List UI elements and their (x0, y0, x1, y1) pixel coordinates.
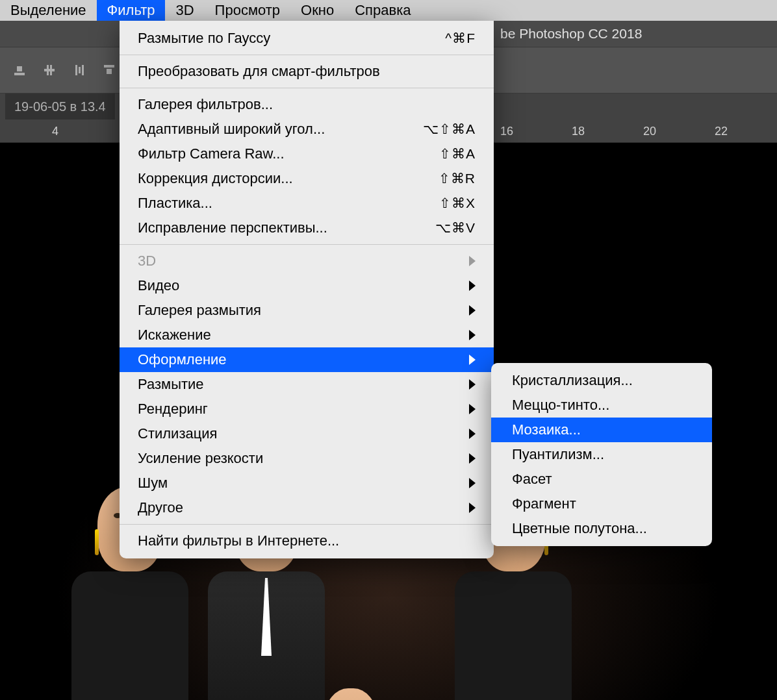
submenu-fragment[interactable]: Фрагмент (491, 492, 712, 516)
submenu-arrow-icon (469, 330, 476, 340)
svg-rect-2 (44, 69, 55, 71)
ruler-mark: 22 (715, 125, 728, 138)
svg-rect-8 (104, 65, 114, 68)
menu-noise-sub[interactable]: Шум (120, 471, 494, 495)
svg-rect-5 (75, 65, 77, 75)
submenu-pointillize[interactable]: Пуантилизм... (491, 442, 712, 467)
menu-separator (120, 244, 494, 245)
menu-distort-sub[interactable]: Искажение (120, 323, 494, 347)
menu-3d-sub: 3D (120, 249, 494, 273)
menu-video-sub[interactable]: Видео (120, 273, 494, 298)
ruler-mark: 4 (52, 125, 58, 138)
menu-convert-smart-filters[interactable]: Преобразовать для смарт-фильтров (120, 59, 494, 84)
menu-label: Пуантилизм... (512, 446, 691, 463)
align-icon-3[interactable] (69, 60, 90, 81)
menu-adaptive-wide-angle[interactable]: Адаптивный широкий угол... ⌥⇧⌘A (120, 117, 494, 142)
submenu-crystallize[interactable]: Кристаллизация... (491, 368, 712, 393)
submenu-arrow-icon (469, 256, 476, 266)
menu-label: Коррекция дисторсии... (138, 170, 426, 187)
submenu-arrow-icon (469, 453, 476, 464)
menu-shortcut: ⇧⌘R (439, 171, 476, 186)
menu-camera-raw[interactable]: Фильтр Camera Raw... ⇧⌘A (120, 142, 494, 166)
menu-label: Найти фильтры в Интернете... (138, 532, 476, 549)
menu-shortcut: ⇧⌘A (439, 146, 476, 162)
svg-rect-6 (79, 67, 81, 73)
menu-window[interactable]: Окно (290, 0, 344, 21)
menu-stylize-sub[interactable]: Стилизация (120, 421, 494, 446)
menu-separator (120, 88, 494, 88)
menu-selection[interactable]: Выделение (0, 0, 97, 21)
menu-label: Галерея размытия (138, 302, 461, 319)
submenu-arrow-icon (469, 305, 476, 316)
menu-label: Видео (138, 277, 461, 294)
submenu-arrow-icon (469, 355, 476, 365)
menu-find-filters-online[interactable]: Найти фильтры в Интернете... (120, 529, 494, 553)
align-icon-2[interactable] (39, 60, 60, 81)
menu-label: Фрагмент (512, 495, 691, 512)
pixelate-submenu: Кристаллизация... Меццо-тинто... Мозаика… (491, 363, 712, 546)
document-tab[interactable]: 19-06-05 в 13.4 (5, 94, 115, 119)
menu-label: Исправление перспективы... (138, 219, 422, 236)
svg-rect-1 (17, 66, 22, 71)
menu-label: Размытие (138, 376, 461, 393)
menu-label: Галерея фильтров... (138, 96, 476, 113)
menu-label: Искажение (138, 327, 461, 344)
svg-rect-7 (82, 65, 84, 75)
menu-3d[interactable]: 3D (165, 0, 204, 21)
menu-shortcut: ^⌘F (445, 31, 476, 46)
svg-rect-4 (50, 65, 52, 75)
submenu-facet[interactable]: Фасет (491, 467, 712, 492)
menu-pixelate-sub[interactable]: Оформление (120, 347, 494, 372)
align-icon-4[interactable] (99, 60, 120, 81)
menu-other-sub[interactable]: Другое (120, 495, 494, 520)
ruler-mark: 16 (500, 125, 513, 138)
menu-separator (120, 55, 494, 55)
menu-label: Шум (138, 475, 461, 492)
menu-separator (120, 524, 494, 525)
menu-label: Оформление (138, 351, 461, 368)
menu-label: Меццо-тинто... (512, 397, 691, 414)
ruler-mark: 18 (572, 125, 585, 138)
menu-label: Мозаика... (512, 421, 691, 438)
svg-rect-9 (107, 69, 112, 74)
menu-shortcut: ⇧⌘X (439, 195, 476, 211)
menu-label: Размытие по Гауссу (138, 30, 432, 47)
menu-label: Преобразовать для смарт-фильтров (138, 63, 476, 80)
menu-vanishing-point[interactable]: Исправление перспективы... ⌥⌘V (120, 216, 494, 240)
submenu-arrow-icon (469, 503, 476, 513)
submenu-mosaic[interactable]: Мозаика... (491, 418, 712, 442)
svg-rect-0 (14, 73, 25, 75)
submenu-mezzotint[interactable]: Меццо-тинто... (491, 393, 712, 418)
menu-help[interactable]: Справка (344, 0, 421, 21)
menu-label: Стилизация (138, 425, 461, 442)
menu-blur-gallery-sub[interactable]: Галерея размытия (120, 298, 494, 323)
menu-sharpen-sub[interactable]: Усиление резкости (120, 446, 494, 471)
menu-label: Пластика... (138, 195, 426, 212)
submenu-arrow-icon (469, 429, 476, 439)
filter-dropdown: Размытие по Гауссу ^⌘F Преобразовать для… (120, 21, 494, 558)
menubar: Выделение Фильтр 3D Просмотр Окно Справк… (0, 0, 777, 21)
submenu-arrow-icon (469, 478, 476, 488)
app-title: be Photoshop CC 2018 (500, 26, 642, 42)
menu-view[interactable]: Просмотр (205, 0, 290, 21)
submenu-arrow-icon (469, 379, 476, 390)
menu-blur-sub[interactable]: Размытие (120, 372, 494, 397)
menu-shortcut: ⌥⇧⌘A (423, 121, 476, 137)
menu-label: Усиление резкости (138, 450, 461, 467)
menu-label: Фильтр Camera Raw... (138, 145, 426, 162)
menu-label: Другое (138, 499, 461, 516)
menu-filter-gallery[interactable]: Галерея фильтров... (120, 92, 494, 117)
submenu-arrow-icon (469, 281, 476, 291)
menu-lens-correction[interactable]: Коррекция дисторсии... ⇧⌘R (120, 166, 494, 191)
menu-render-sub[interactable]: Рендеринг (120, 397, 494, 421)
menu-label: Адаптивный широкий угол... (138, 121, 410, 138)
menu-gaussian-blur[interactable]: Размытие по Гауссу ^⌘F (120, 26, 494, 51)
ruler-mark: 20 (643, 125, 656, 138)
menu-filter[interactable]: Фильтр (97, 0, 166, 21)
submenu-color-halftone[interactable]: Цветные полутона... (491, 516, 712, 541)
menu-shortcut: ⌥⌘V (435, 220, 476, 236)
menu-label: Рендеринг (138, 401, 461, 418)
menu-label: Цветные полутона... (512, 520, 691, 537)
align-icon-1[interactable] (9, 60, 30, 81)
menu-liquify[interactable]: Пластика... ⇧⌘X (120, 191, 494, 216)
